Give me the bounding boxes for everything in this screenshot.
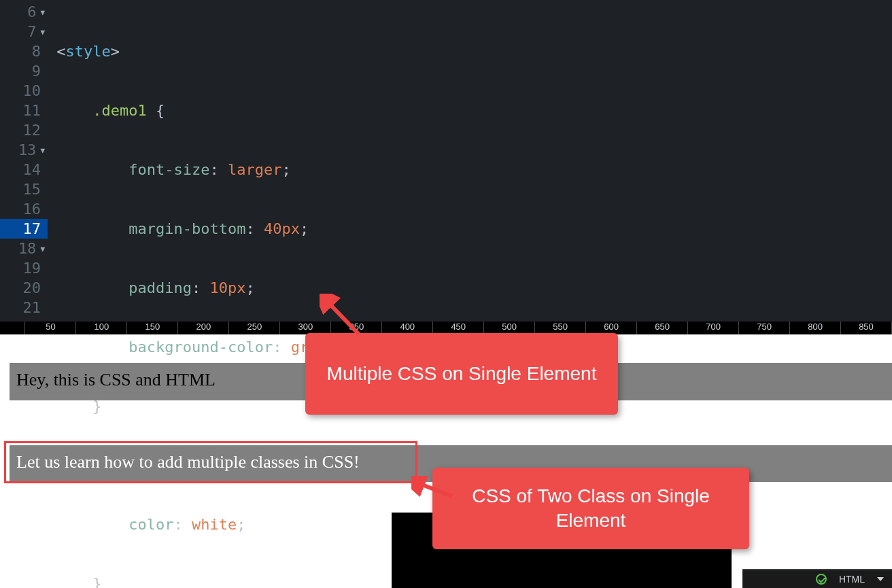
code-token: font-size	[128, 161, 209, 178]
line-number: 20	[0, 278, 48, 298]
gutter: 6789101112131415161718192021	[0, 0, 48, 322]
line-number: 21	[0, 298, 48, 317]
line-number: 8	[0, 41, 48, 61]
code-token: >	[111, 43, 120, 60]
line-number: 7	[0, 22, 48, 41]
line-number: 16	[0, 199, 48, 219]
ruler-tick: 150	[127, 322, 178, 334]
line-number: 19	[0, 258, 48, 278]
line-number: 14	[0, 160, 48, 179]
code-token: .demo1	[92, 102, 146, 119]
line-number: 6	[0, 2, 48, 22]
code-token: {	[147, 102, 165, 119]
code-token: 40px	[264, 220, 300, 237]
code-token: ;	[245, 279, 254, 296]
ruler-tick: 250	[229, 322, 280, 334]
code-token: padding	[128, 279, 192, 296]
code-token: <	[56, 43, 65, 60]
chevron-down-icon[interactable]	[877, 577, 884, 581]
code-token: style	[66, 43, 111, 60]
ruler-tick: 200	[178, 322, 229, 334]
code-token: 10px	[209, 279, 245, 296]
line-number: 11	[0, 101, 48, 120]
line-number: 17	[0, 219, 48, 239]
annotation-callout-multiple-css: Multiple CSS on Single Element	[305, 333, 618, 415]
code-token: ;	[300, 220, 309, 237]
code-editor[interactable]: 6789101112131415161718192021 <style> .de…	[0, 0, 892, 322]
code-token: :	[192, 279, 210, 296]
status-bar: HTML	[742, 569, 892, 588]
line-number: 13	[0, 140, 48, 160]
code-token: margin-bottom	[128, 220, 245, 237]
ruler-tick	[0, 322, 25, 334]
code-token: :	[209, 161, 228, 178]
ruler-tick: 650	[637, 322, 688, 334]
code-token: :	[245, 220, 264, 237]
line-number: 9	[0, 61, 48, 81]
code-token: larger	[228, 161, 281, 178]
line-number: 12	[0, 120, 48, 140]
line-number: 10	[0, 81, 48, 101]
annotation-callout-two-classes: CSS of Two Class on Single Element	[432, 468, 749, 549]
line-number: 18	[0, 239, 48, 258]
ruler-tick: 850	[841, 322, 892, 334]
ruler-tick: 100	[76, 322, 127, 334]
status-language[interactable]: HTML	[839, 574, 865, 585]
code-token: ;	[281, 161, 290, 178]
ruler-tick: 800	[790, 322, 841, 334]
status-ok-icon[interactable]	[816, 574, 827, 585]
ruler-tick: 700	[688, 322, 739, 334]
code-area[interactable]: <style> .demo1 { font-size: larger; marg…	[48, 0, 892, 322]
ruler-tick: 50	[25, 322, 76, 334]
line-number: 15	[0, 179, 48, 199]
annotation-highlight-box	[4, 441, 417, 483]
ruler-tick: 750	[739, 322, 790, 334]
